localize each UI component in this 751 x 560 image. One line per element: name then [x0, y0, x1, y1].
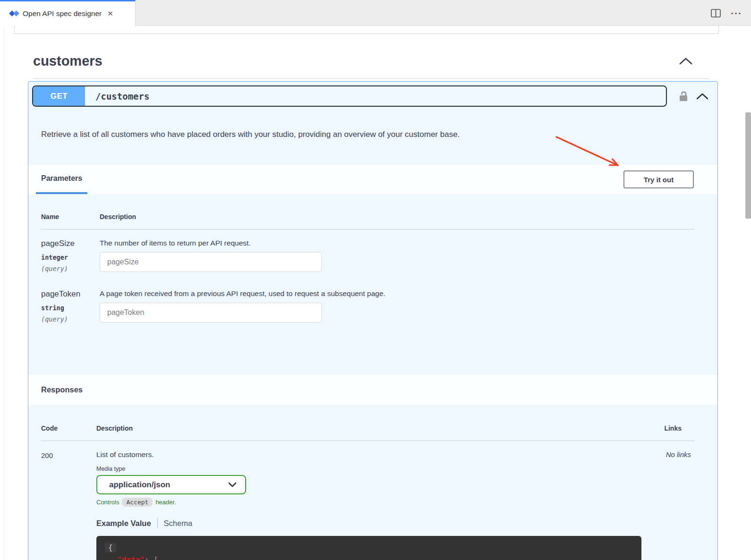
response-links: No links: [642, 450, 694, 560]
hint-prefix: Controls: [96, 499, 119, 506]
response-code: 200: [41, 450, 96, 560]
tab-title: Open API spec designer: [23, 9, 102, 18]
split-editor-icon[interactable]: [711, 9, 721, 17]
example-schema-tabs: Example Value Schema: [96, 518, 642, 528]
parameters-table-header: Name Description: [41, 213, 694, 229]
pagetoken-input[interactable]: [100, 303, 322, 322]
media-type-value: application/json: [109, 480, 170, 490]
param-description: The number of items to return per API re…: [100, 239, 694, 247]
opblock-summary-bar[interactable]: GET /customers: [32, 85, 667, 107]
param-type: string: [41, 304, 100, 312]
accept-header-hint: Controls Accept header.: [96, 498, 642, 507]
header-links: Links: [642, 424, 694, 432]
response-row-200: 200 List of customers. Media type applic…: [41, 441, 694, 560]
more-actions-icon[interactable]: ⋯: [730, 8, 742, 18]
pagesize-input[interactable]: [100, 252, 322, 272]
media-type-label: Media type: [96, 466, 642, 472]
chevron-down-icon: [228, 482, 237, 487]
spec-preview-page: customers GET /customers: [0, 26, 751, 560]
parameter-row-pagetoken: pageToken string (query) A page token re…: [41, 280, 694, 331]
operation-description: Retrieve a list of all customers who hav…: [28, 110, 717, 165]
auth-unlocked-icon[interactable]: [678, 90, 689, 102]
section-title[interactable]: customers: [33, 53, 102, 69]
header-code: Code: [41, 424, 96, 432]
editor-actions: ⋯: [711, 0, 742, 26]
param-name: pageSize: [41, 239, 100, 248]
param-type: integer: [41, 254, 100, 261]
method-badge: GET: [33, 86, 85, 106]
parameters-section: Name Description pageSize integer (query…: [28, 194, 717, 375]
example-code-block: { "data": [: [96, 536, 641, 560]
code-key-data: "data": [117, 555, 145, 560]
operation-path: /customers: [95, 86, 149, 106]
param-name: pageToken: [41, 289, 100, 299]
section-divider: [33, 78, 709, 79]
tab-parameters[interactable]: Parameters: [36, 165, 87, 194]
tab-schema[interactable]: Schema: [164, 519, 193, 528]
tab-close-icon[interactable]: ✕: [107, 9, 113, 18]
code-punct: : [: [145, 555, 158, 560]
responses-heading: Responses: [28, 375, 717, 405]
opblock-collapse-chevron-up-icon[interactable]: [696, 93, 708, 100]
left-edge-divider: [4, 26, 4, 560]
media-type-select[interactable]: application/json: [96, 475, 246, 494]
header-name: Name: [41, 213, 100, 221]
api-designer-logo-icon: [9, 9, 20, 18]
tabs-divider: [157, 518, 158, 528]
responses-section: Code Description Links 200 List of custo…: [28, 405, 717, 560]
opblock-get-customers: GET /customers Retrieve a list of all cu…: [28, 81, 718, 560]
hint-suffix: header.: [155, 499, 176, 506]
tab-open-api-spec-designer[interactable]: Open API spec designer ✕: [0, 0, 136, 26]
editor-tab-bar: Open API spec designer ✕ ⋯: [0, 0, 751, 26]
responses-table-header: Code Description Links: [41, 424, 694, 441]
try-it-out-button[interactable]: Try it out: [623, 170, 694, 188]
previous-section-edge: [14, 26, 719, 34]
param-location: (query): [41, 265, 100, 272]
param-location: (query): [41, 315, 100, 323]
section-collapse-chevron-up-icon[interactable]: [679, 57, 693, 67]
header-description: Description: [96, 424, 642, 432]
accept-chip: Accept: [122, 498, 153, 507]
page-scrollbar-thumb[interactable]: [745, 112, 751, 219]
operation-tab-row: Parameters Try it out: [28, 165, 717, 194]
code-open-brace: {: [105, 543, 116, 552]
tab-example-value[interactable]: Example Value: [96, 519, 151, 528]
header-description: Description: [100, 213, 694, 221]
parameter-row-pagesize: pageSize integer (query) The number of i…: [41, 229, 694, 280]
param-description: A page token received from a previous AP…: [100, 289, 694, 298]
response-description: List of customers.: [96, 450, 642, 459]
opblock-summary[interactable]: GET /customers: [28, 82, 717, 110]
